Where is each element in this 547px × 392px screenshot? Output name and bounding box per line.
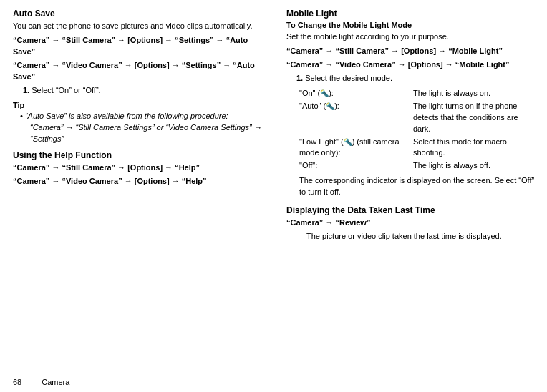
step-number: 1.: [23, 86, 29, 94]
step1-num: 1.: [296, 74, 303, 82]
page-number: 68: [13, 378, 21, 386]
auto-label: "Auto" (🔦):: [299, 100, 413, 136]
auto-icon: 🔦: [326, 102, 334, 110]
auto-row: "Auto" (🔦): The light turns on if the ph…: [299, 100, 537, 136]
low-light-desc: Select this mode for macro shooting.: [413, 136, 537, 160]
low-light-row: "Low Light" (🔦) (still camera mode only)…: [299, 136, 537, 160]
on-row: "On" (🔦): The light is always on.: [299, 87, 537, 100]
auto-save-path2: “Camera” → “Video Camera” → [Options] → …: [13, 60, 263, 83]
help-path1: “Camera” → “Still Camera” → [Options] → …: [13, 162, 263, 174]
help-section: Using the Help Function “Camera” → “Stil…: [13, 150, 263, 187]
low-light-icon: 🔦: [344, 138, 352, 146]
modes-list: "On" (🔦): The light is always on. "Auto"…: [299, 87, 537, 173]
page-container: Auto Save You can set the phone to save …: [0, 0, 547, 392]
off-desc: The light is always off.: [413, 160, 537, 172]
mobile-light-heading: Mobile Light: [286, 9, 537, 19]
help-heading: Using the Help Function: [13, 150, 263, 160]
tip-bullet: “Auto Save” is also available from the f…: [20, 111, 263, 145]
auto-save-heading: Auto Save: [13, 9, 263, 19]
right-column: Mobile Light To Change the Mobile Light …: [274, 9, 547, 392]
auto-save-path1: “Camera” → “Still Camera” → [Options] → …: [13, 35, 263, 58]
mobile-light-subheading: To Change the Mobile Light Mode: [286, 21, 537, 29]
step1-text: Select the desired mode.: [305, 74, 392, 82]
step-text: Select “On” or “Off”.: [32, 86, 100, 94]
tip-section: Tip “Auto Save” is also available from t…: [13, 101, 263, 145]
left-column: Auto Save You can set the phone to save …: [0, 9, 274, 392]
step1: 1. Select the desired mode.: [296, 73, 537, 84]
mobile-light-section: Mobile Light To Change the Mobile Light …: [286, 9, 537, 198]
on-icon: 🔦: [320, 89, 329, 97]
mobile-light-path2: “Camera” → “Video Camera” → [Options] → …: [286, 59, 537, 71]
mobile-light-path1: “Camera” → “Still Camera” → [Options] → …: [286, 46, 537, 57]
tip-heading: Tip: [13, 101, 263, 109]
displaying-desc: The picture or video clip taken the last…: [306, 231, 537, 242]
low-light-label: "Low Light" (🔦) (still camera mode only)…: [299, 136, 413, 160]
auto-save-desc: You can set the phone to save pictures a…: [13, 21, 263, 32]
auto-desc: The light turns on if the phone detects …: [413, 100, 537, 136]
tip-indent: “Camera” → “Still Camera Settings” or “V…: [30, 122, 263, 145]
indicator-text: The corresponding indicator is displayed…: [299, 175, 537, 198]
on-label: "On" (🔦):: [299, 87, 413, 100]
displaying-section: Displaying the Data Taken Last Time “Cam…: [286, 205, 537, 242]
displaying-path: “Camera” → “Review”: [286, 217, 537, 229]
mode-table: "On" (🔦): The light is always on. "Auto"…: [299, 87, 537, 173]
page-label: Camera: [42, 378, 69, 386]
auto-save-step1: 1. Select “On” or “Off”.: [23, 85, 263, 97]
mobile-light-desc: Set the mobile light according to your p…: [286, 31, 537, 43]
off-label: "Off":: [299, 160, 413, 172]
on-desc: The light is always on.: [413, 87, 537, 100]
off-row: "Off": The light is always off.: [299, 160, 537, 172]
auto-save-section: Auto Save You can set the phone to save …: [13, 9, 263, 97]
displaying-heading: Displaying the Data Taken Last Time: [286, 205, 537, 215]
help-path2: “Camera” → “Video Camera” → [Options] → …: [13, 176, 263, 187]
footer: 68 Camera: [0, 378, 69, 386]
